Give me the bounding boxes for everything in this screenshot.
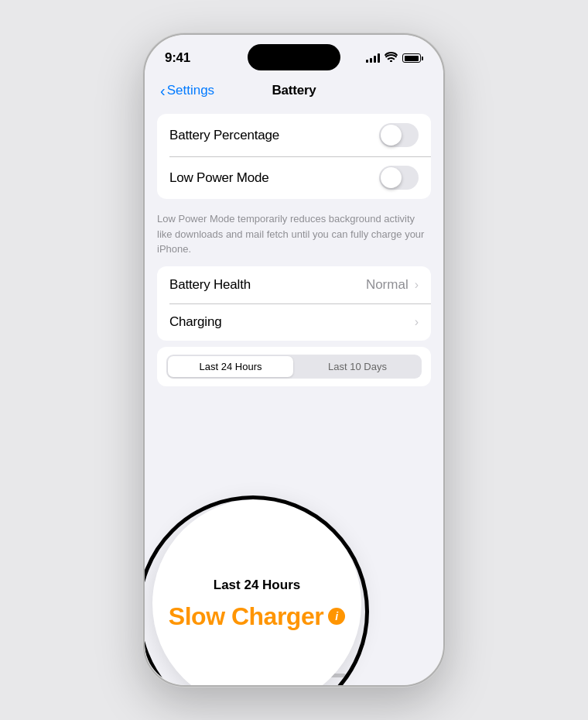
time-range-segment-group: Last 24 Hours Last 10 Days xyxy=(157,347,431,386)
battery-percentage-toggle[interactable] xyxy=(379,123,419,147)
low-power-description: Low Power Mode temporarily reduces backg… xyxy=(145,205,443,266)
segment-control: Last 24 Hours Last 10 Days xyxy=(166,355,422,379)
last-10-days-tab[interactable]: Last 10 Days xyxy=(295,356,420,377)
screen: 9:41 xyxy=(145,35,443,685)
wifi-icon xyxy=(385,52,398,64)
battery-health-right: Normal › xyxy=(366,277,419,293)
info-icon[interactable]: i xyxy=(328,608,345,625)
navigation-bar: ‹ Settings Battery xyxy=(145,77,443,108)
battery-health-row[interactable]: Battery Health Normal › xyxy=(157,266,431,303)
low-power-mode-label: Low Power Mode xyxy=(169,170,269,186)
callout-overlay: Last 24 Hours Slow Charger i xyxy=(145,468,443,685)
charging-chevron-icon: › xyxy=(415,315,419,329)
settings-content: Battery Percentage Low Power Mode Low Po… xyxy=(145,108,443,399)
page-title: Battery xyxy=(272,83,316,98)
battery-health-group: Battery Health Normal › Charging › xyxy=(157,266,431,341)
battery-health-value: Normal xyxy=(366,277,409,293)
charging-label: Charging xyxy=(169,314,221,330)
last-24-hours-tab[interactable]: Last 24 Hours xyxy=(168,356,293,377)
dynamic-island xyxy=(248,44,340,70)
battery-health-chevron-icon: › xyxy=(415,278,419,292)
callout-title: Last 24 Hours xyxy=(214,578,300,593)
charging-row[interactable]: Charging › xyxy=(157,303,431,341)
back-label: Settings xyxy=(167,83,214,98)
toggle-settings-group: Battery Percentage Low Power Mode xyxy=(157,114,431,199)
charging-right: › xyxy=(415,315,419,329)
phone-frame: 9:41 xyxy=(143,33,445,687)
slow-charger-label: Slow Charger xyxy=(169,602,323,631)
slow-charger-callout: Last 24 Hours Slow Charger i xyxy=(152,499,361,685)
battery-health-label: Battery Health xyxy=(169,277,251,293)
battery-percentage-row[interactable]: Battery Percentage xyxy=(157,114,431,156)
segment-row: Last 24 Hours Last 10 Days xyxy=(157,347,431,386)
status-icons xyxy=(366,52,423,64)
back-chevron-icon: ‹ xyxy=(160,83,166,98)
phone-wrapper: 9:41 xyxy=(143,33,445,687)
status-time: 9:41 xyxy=(165,50,190,66)
low-power-mode-row[interactable]: Low Power Mode xyxy=(157,156,431,199)
low-power-mode-toggle[interactable] xyxy=(379,166,419,190)
battery-percentage-label: Battery Percentage xyxy=(169,128,279,143)
back-button[interactable]: ‹ Settings xyxy=(160,83,214,98)
signal-icon xyxy=(366,53,380,63)
slow-charger-row: Slow Charger i xyxy=(169,602,345,631)
battery-status-icon xyxy=(402,53,423,63)
